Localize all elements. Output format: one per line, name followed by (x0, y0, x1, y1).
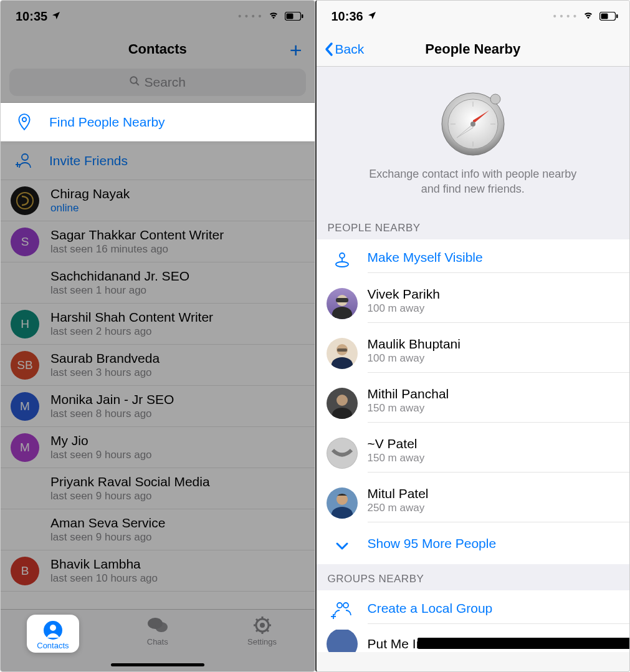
battery-icon (285, 9, 303, 24)
avatar (327, 438, 358, 469)
contact-row[interactable]: Priyank Raval Social Media last seen 9 h… (1, 468, 315, 509)
tab-contacts[interactable]: Contacts (22, 615, 84, 653)
contact-row[interactable]: Chirag Nayak online (1, 180, 315, 221)
make-visible-row[interactable]: Make Myself Visible (317, 239, 630, 279)
tab-chats[interactable]: Chats (126, 615, 189, 646)
contact-status: last seen 2 hours ago (50, 325, 305, 338)
contact-name: Aman Seva Service (50, 516, 305, 530)
svg-point-38 (336, 262, 348, 267)
section-header-people: PEOPLE NEARBY (317, 213, 630, 239)
contact-row[interactable]: Sachchidanand Jr. SEO last seen 1 hour a… (1, 262, 315, 304)
contact-status: online (50, 202, 305, 214)
create-local-group-row[interactable]: Create a Local Group (317, 590, 630, 630)
cell-signal-dots: • • • • (238, 11, 262, 21)
svg-point-36 (470, 122, 475, 127)
back-button[interactable]: Back (324, 42, 365, 57)
svg-rect-2 (302, 14, 303, 18)
person-distance: 250 m away (368, 502, 620, 514)
person-name: Maulik Bhuptani (368, 337, 620, 352)
avatar: M (11, 433, 39, 462)
contact-status: last seen 10 hours ago (50, 572, 305, 585)
chevron-down-icon (327, 538, 358, 554)
nearby-group-row-partial[interactable]: Put Me In Touch With Ahmedabad (317, 630, 630, 652)
chats-icon (147, 615, 168, 636)
left-screenshot: 10:35 • • • • Contacts + Search (0, 0, 315, 672)
hero-text: Exchange contact info with people nearby… (361, 166, 585, 197)
contact-row[interactable]: H Harshil Shah Content Writer last seen … (1, 304, 315, 345)
contact-row[interactable]: Aman Seva Service last seen 9 hours ago (1, 509, 315, 550)
nearby-person-row[interactable]: ~V Patel 150 m away (317, 428, 630, 478)
person-name: Vivek Parikh (368, 287, 620, 302)
location-pin-icon (11, 113, 38, 132)
svg-rect-41 (336, 298, 348, 302)
invite-friends-row[interactable]: Invite Friends (1, 142, 315, 180)
contact-row[interactable]: S Sagar Thakkar Content Writer last seen… (1, 221, 315, 262)
contact-name: Sachchidanand Jr. SEO (50, 269, 305, 284)
svg-rect-25 (601, 13, 608, 19)
tab-label: Contacts (37, 641, 69, 650)
home-indicator[interactable] (111, 663, 204, 666)
person-name: Mithil Panchal (368, 386, 620, 401)
contact-row[interactable]: B Bhavik Lambha last seen 10 hours ago (1, 550, 315, 592)
status-time: 10:36 (332, 9, 363, 24)
page-title: People Nearby (425, 41, 520, 57)
right-screenshot: 10:36 • • • • Back People Nearby (315, 0, 631, 672)
find-people-nearby-row[interactable]: Find People Nearby (1, 103, 315, 142)
svg-point-37 (340, 253, 345, 258)
chevron-left-icon (324, 42, 334, 57)
person-distance: 150 m away (368, 452, 620, 464)
contact-row[interactable]: M My Jio last seen 9 hours ago (1, 427, 315, 468)
svg-point-51 (343, 603, 348, 608)
row-label: Invite Friends (49, 153, 305, 168)
row-label: Make Myself Visible (368, 250, 620, 265)
avatar (327, 288, 358, 319)
status-bar: 10:35 • • • • (1, 1, 315, 32)
row-label: Create a Local Group (368, 601, 620, 616)
tab-settings[interactable]: Settings (231, 615, 294, 646)
section-header-groups: GROUPS NEARBY (317, 564, 630, 590)
svg-point-50 (337, 603, 342, 608)
svg-point-43 (332, 357, 353, 369)
contact-name: Chirag Nayak (50, 186, 305, 201)
cell-signal-dots: • • • • (553, 11, 577, 21)
create-group-icon (327, 600, 358, 619)
tab-label: Settings (247, 637, 277, 646)
avatar: M (11, 392, 39, 421)
search-bar-wrap: Search (1, 66, 315, 103)
svg-point-15 (260, 623, 265, 628)
people-nearby-list: Make Myself Visible Vivek Parikh 100 m a… (317, 239, 630, 564)
svg-point-45 (336, 395, 348, 406)
avatar: H (11, 310, 39, 338)
svg-point-40 (332, 307, 352, 319)
search-input[interactable]: Search (9, 69, 306, 96)
contact-status: last seen 16 minutes ago (50, 243, 305, 256)
contact-row[interactable]: M Monika Jain - Jr SEO last seen 8 hours… (1, 386, 315, 427)
avatar: SB (11, 351, 39, 380)
avatar (327, 338, 358, 369)
nearby-person-row[interactable]: Vivek Parikh 100 m away (317, 279, 630, 329)
nearby-person-row[interactable]: Mitul Patel 250 m away (317, 478, 630, 528)
svg-point-13 (155, 622, 168, 632)
hero-section: Exchange contact info with people nearby… (317, 67, 630, 213)
contact-status: last seen 9 hours ago (50, 449, 305, 461)
avatar: S (11, 228, 39, 256)
nav-header: Contacts + (1, 32, 315, 66)
tab-bar: Contacts Chats Settings (1, 609, 315, 671)
nearby-person-row[interactable]: Mithil Panchal 150 m away (317, 378, 630, 428)
nearby-person-row[interactable]: Maulik Bhuptani 100 m away (317, 329, 630, 378)
location-services-icon (367, 9, 377, 24)
show-more-people-row[interactable]: Show 95 More People (317, 528, 630, 564)
svg-point-29 (490, 94, 500, 104)
contact-status: last seen 9 hours ago (50, 490, 305, 502)
row-label: Show 95 More People (368, 536, 620, 551)
status-bar: 10:36 • • • • (317, 1, 630, 32)
wifi-icon (582, 9, 594, 24)
contacts-icon (42, 620, 64, 641)
svg-rect-44 (337, 348, 347, 352)
add-contact-button[interactable]: + (290, 38, 302, 62)
svg-point-49 (332, 507, 353, 519)
svg-line-4 (136, 82, 140, 85)
visibility-icon (327, 248, 358, 269)
contact-row[interactable]: SB Saurab Brandveda last seen 3 hours ag… (1, 345, 315, 386)
svg-line-21 (267, 630, 269, 631)
